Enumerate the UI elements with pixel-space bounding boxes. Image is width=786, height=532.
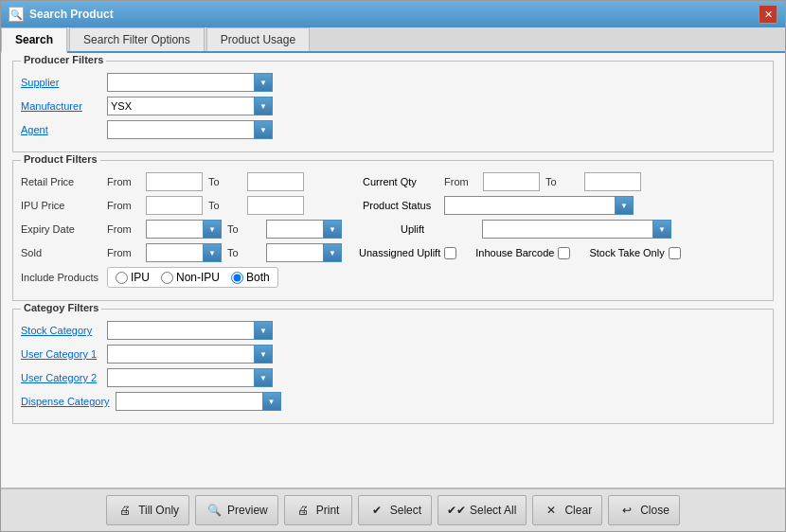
clear-label: Clear [564, 504, 592, 517]
expiry-from-wrap [146, 220, 222, 239]
close-footer-label: Close [640, 504, 670, 517]
tab-bar: Search Search Filter Options Product Usa… [1, 27, 785, 53]
title-bar: 🔍 Search Product ✕ [1, 1, 785, 27]
stock-category-wrap [107, 321, 273, 340]
close-button[interactable]: ✕ [759, 5, 777, 24]
both-radio[interactable] [231, 272, 243, 284]
agent-label[interactable]: Agent [21, 124, 101, 135]
tab-product-usage[interactable]: Product Usage [206, 27, 310, 51]
manufacturer-row: Manufacturer [21, 97, 765, 115]
agent-dropdown-btn[interactable] [254, 120, 273, 139]
close-footer-icon: ↩ [618, 502, 635, 519]
supplier-dropdown-btn[interactable] [254, 73, 273, 92]
retail-to-label: To [208, 176, 241, 187]
till-only-icon: 🖨 [116, 502, 134, 519]
stock-category-field[interactable] [107, 321, 273, 340]
till-only-button[interactable]: 🖨 Till Only [106, 495, 189, 525]
retail-price-to[interactable] [247, 172, 304, 191]
window-title: Search Product [29, 8, 753, 21]
preview-button[interactable]: 🔍 Preview [195, 495, 278, 525]
inhouse-barcode-label: Inhouse Barcode [475, 247, 554, 258]
expiry-from-dropdown-btn[interactable] [203, 220, 222, 239]
uplift-dropdown-btn[interactable] [652, 220, 671, 239]
clear-button[interactable]: ✕ Clear [532, 495, 602, 525]
dispense-cat-label[interactable]: Dispense Category [21, 396, 110, 407]
stock-take-label: Stock Take Only [589, 247, 664, 258]
non-ipu-radio-label: Non-IPU [176, 271, 220, 284]
select-icon: ✔ [368, 502, 385, 519]
uplift-field[interactable] [482, 220, 671, 239]
select-button[interactable]: ✔ Select [358, 495, 432, 525]
current-qty-from-label: From [444, 176, 477, 187]
user-cat1-field[interactable] [107, 345, 273, 364]
expiry-label: Expiry Date [21, 223, 101, 235]
both-radio-wrap: Both [231, 271, 270, 284]
stock-category-label[interactable]: Stock Category [21, 325, 101, 336]
print-label: Print [316, 504, 340, 517]
close-footer-button[interactable]: ↩ Close [608, 495, 680, 525]
category-filters-section: Categoy Filters Stock Category User Cate… [12, 309, 774, 424]
supplier-label[interactable]: Supplier [21, 77, 101, 88]
tab-search[interactable]: Search [1, 27, 67, 53]
stock-category-dropdown-btn[interactable] [254, 321, 273, 340]
ipu-to-label: To [208, 200, 241, 211]
product-status-dropdown-btn[interactable] [615, 196, 634, 215]
user-cat2-field[interactable] [107, 368, 273, 387]
expiry-to-wrap [266, 220, 342, 239]
preview-label: Preview [227, 504, 268, 517]
non-ipu-radio-wrap: Non-IPU [161, 271, 220, 284]
user-cat1-wrap [107, 345, 273, 364]
category-filters-title: Categoy Filters [21, 302, 101, 313]
product-status-field[interactable] [444, 196, 634, 215]
clear-icon: ✕ [543, 502, 560, 519]
user-cat1-label[interactable]: User Category 1 [21, 348, 101, 360]
both-radio-label: Both [246, 271, 270, 284]
producer-filters-title: Producer Filters [21, 54, 106, 65]
search-product-window: 🔍 Search Product ✕ Search Search Filter … [0, 0, 786, 532]
expiry-to-dropdown-btn[interactable] [323, 220, 342, 239]
user-cat2-label[interactable]: User Category 2 [21, 372, 101, 383]
retail-price-label: Retail Price [21, 176, 101, 187]
product-filters-section: Product Filters Retail Price From To Cur… [12, 160, 774, 301]
stock-take-checkbox[interactable] [669, 247, 681, 259]
sold-to-dropdown-btn[interactable] [323, 243, 342, 262]
footer: 🖨 Till Only 🔍 Preview 🖨 Print ✔ Select ✔… [1, 488, 785, 531]
retail-price-from[interactable] [146, 172, 203, 191]
non-ipu-radio[interactable] [161, 272, 173, 284]
sold-from-wrap [146, 243, 222, 262]
tab-filter-options[interactable]: Search Filter Options [69, 27, 205, 51]
dispense-cat-row: Dispense Category [21, 392, 765, 411]
supplier-field[interactable] [107, 73, 273, 92]
sold-from-dropdown-btn[interactable] [203, 243, 222, 262]
dispense-cat-field[interactable] [116, 392, 281, 411]
current-qty-to[interactable] [584, 172, 641, 191]
select-all-button[interactable]: ✔✔ Select All [438, 495, 527, 525]
ipu-radio[interactable] [116, 272, 128, 284]
unassigned-uplift-checkbox[interactable] [444, 247, 456, 259]
current-qty-from[interactable] [483, 172, 540, 191]
ipu-price-to[interactable] [247, 196, 304, 215]
inhouse-barcode-checkbox[interactable] [558, 247, 570, 259]
ipu-radio-wrap: IPU [116, 271, 150, 284]
dispense-cat-dropdown-btn[interactable] [262, 392, 281, 411]
sold-to-label: To [227, 247, 260, 258]
agent-field[interactable] [107, 120, 273, 139]
user-cat2-dropdown-btn[interactable] [254, 368, 273, 387]
expiry-to-label: To [227, 223, 260, 235]
user-cat1-dropdown-btn[interactable] [254, 345, 273, 364]
manufacturer-field[interactable] [107, 97, 273, 115]
include-products-group: IPU Non-IPU Both [107, 267, 278, 288]
current-qty-label: Current Qty [363, 176, 438, 187]
manufacturer-dropdown-btn[interactable] [254, 97, 273, 115]
print-button[interactable]: 🖨 Print [284, 495, 352, 525]
manufacturer-label[interactable]: Manufacturer [21, 100, 101, 112]
ipu-from-label: From [107, 200, 140, 211]
window-icon: 🔍 [9, 7, 24, 22]
sold-label: Sold [21, 247, 101, 258]
unassigned-uplift-wrap: Unassigned Uplift [359, 247, 456, 259]
sold-row: Sold From To Unassigned Uplift [21, 243, 765, 262]
product-status-wrap [444, 196, 634, 215]
ipu-price-from[interactable] [146, 196, 203, 215]
stock-take-wrap: Stock Take Only [589, 247, 680, 259]
select-label: Select [390, 504, 421, 517]
